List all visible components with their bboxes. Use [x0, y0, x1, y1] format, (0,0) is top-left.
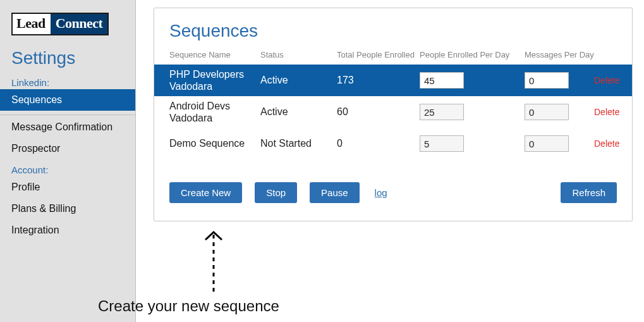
cell-status: Not Started	[260, 138, 312, 149]
input-mpd[interactable]	[525, 135, 569, 152]
logo-connect: Connect	[51, 14, 108, 34]
logo-lead: Lead	[13, 14, 51, 34]
refresh-button[interactable]: Refresh	[561, 182, 617, 203]
main: Sequences Sequence Name Status Total Peo…	[136, 0, 644, 322]
nav-message-confirmation[interactable]: Message Confirmation	[0, 116, 135, 138]
create-new-button[interactable]: Create New	[169, 182, 242, 203]
table-row[interactable]: Demo Sequence Not Started 0 Delete	[154, 128, 632, 159]
sidebar: Lead Connect Settings Linkedin: Sequence…	[0, 0, 136, 322]
nav-integration[interactable]: Integration	[0, 220, 135, 241]
delete-link[interactable]: Delete	[594, 107, 619, 117]
header-mpd: Messages Per Day	[525, 50, 594, 59]
table-row[interactable]: Android Devs Vadodara Active 60 Delete	[154, 96, 632, 128]
cell-status: Active	[260, 106, 288, 117]
panel-title: Sequences	[169, 21, 632, 41]
input-mpd[interactable]	[525, 72, 569, 89]
annotation-text: Create your new sequence	[98, 297, 279, 315]
header-delete	[594, 50, 632, 59]
header-total: Total People Enrolled	[337, 50, 420, 59]
delete-link[interactable]: Delete	[594, 75, 619, 85]
nav-sequences[interactable]: Sequences	[0, 89, 135, 111]
cell-total: 173	[337, 75, 354, 85]
cell-total: 60	[337, 106, 348, 117]
pause-button[interactable]: Pause	[310, 182, 360, 203]
cell-name: Demo Sequence	[169, 137, 245, 149]
stop-button[interactable]: Stop	[255, 182, 297, 203]
header-ppd: People Enrolled Per Day	[420, 50, 525, 59]
sequences-panel: Sequences Sequence Name Status Total Peo…	[154, 8, 633, 221]
nav-prospector[interactable]: Prospector	[0, 138, 135, 159]
table-row[interactable]: PHP Developers Vadodara Active 173 Delet…	[154, 65, 632, 96]
cell-total: 0	[337, 138, 343, 149]
log-link[interactable]: log	[375, 187, 387, 198]
table-headers: Sequence Name Status Total People Enroll…	[154, 50, 632, 65]
cell-name: PHP Developers Vadodara	[169, 68, 260, 92]
nav-profile[interactable]: Profile	[0, 176, 135, 198]
logo: Lead Connect	[11, 13, 109, 35]
section-linkedin: Linkedin:	[11, 77, 135, 88]
input-mpd[interactable]	[525, 104, 569, 120]
section-account: Account:	[11, 164, 135, 175]
app-root: Lead Connect Settings Linkedin: Sequence…	[0, 0, 644, 322]
header-name: Sequence Name	[154, 50, 260, 59]
input-ppd[interactable]	[420, 72, 464, 89]
nav-divider	[0, 115, 135, 115]
action-bar: Create New Stop Pause log Refresh	[169, 182, 617, 203]
input-ppd[interactable]	[420, 104, 464, 120]
cell-status: Active	[260, 75, 288, 85]
cell-name: Android Devs Vadodara	[169, 100, 260, 124]
delete-link[interactable]: Delete	[594, 139, 619, 149]
settings-title: Settings	[11, 48, 135, 68]
input-ppd[interactable]	[420, 135, 464, 152]
nav-plans-billing[interactable]: Plans & Billing	[0, 198, 135, 220]
header-status: Status	[260, 50, 337, 59]
